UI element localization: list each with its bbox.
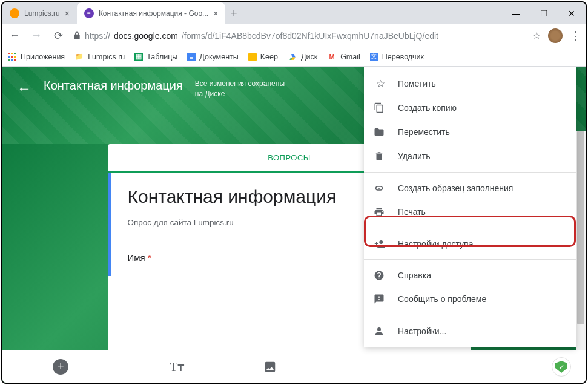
add-image-button[interactable] xyxy=(263,360,324,373)
menu-delete[interactable]: Удалить xyxy=(364,144,576,168)
back-arrow-icon[interactable]: ← xyxy=(17,80,31,97)
close-icon[interactable]: × xyxy=(213,8,218,18)
print-icon xyxy=(374,206,387,217)
bookmark-keep[interactable]: Keep xyxy=(248,53,278,61)
menu-settings[interactable]: Настройки... xyxy=(364,315,576,343)
gmail-icon: M xyxy=(327,52,337,62)
menu-sample[interactable]: Создать образец заполнения xyxy=(364,172,576,200)
add-title-button[interactable]: Tᴛ xyxy=(147,360,208,374)
browser-tab-1[interactable]: ≡ Контактная информация - Goo... × xyxy=(77,2,225,24)
apps-button[interactable]: Приложения xyxy=(7,52,65,62)
svg-rect-8 xyxy=(14,59,16,61)
minimize-button[interactable]: — xyxy=(502,2,530,24)
bookmark-label: Документы xyxy=(199,53,238,61)
feedback-icon xyxy=(374,294,387,304)
bookmark-label: Таблицы xyxy=(147,53,177,61)
window-controls: — ☐ ✕ xyxy=(502,2,586,24)
svg-rect-6 xyxy=(8,59,10,61)
svg-rect-3 xyxy=(8,56,10,58)
new-tab-button[interactable]: + xyxy=(225,2,242,24)
floating-toolbar: + Tᴛ ▶ ≡ xyxy=(2,350,586,383)
reload-button[interactable]: ⟳ xyxy=(51,29,65,42)
bookmark-docs[interactable]: ≡ Документы xyxy=(187,53,238,61)
scroll-thumb[interactable] xyxy=(577,131,584,324)
menu-move[interactable]: Переместить xyxy=(364,120,576,144)
svg-rect-2 xyxy=(14,53,16,54)
url-scheme: https:// xyxy=(85,31,110,41)
page-content: ← Контактная информация Все изменения со… xyxy=(2,67,586,383)
apps-icon xyxy=(7,52,17,62)
bookmark-gmail[interactable]: M Gmail xyxy=(327,52,360,62)
menu-help[interactable]: Справка xyxy=(364,259,576,287)
back-button[interactable]: ← xyxy=(7,29,22,42)
maximize-button[interactable]: ☐ xyxy=(530,2,558,24)
svg-rect-0 xyxy=(8,53,10,54)
tab-title: Контактная информация - Goo... xyxy=(99,9,208,18)
link-icon xyxy=(374,183,387,194)
favicon-lumpics xyxy=(10,8,19,18)
browser-window: Lumpics.ru × ≡ Контактная информация - G… xyxy=(1,1,587,384)
copy-icon xyxy=(374,102,387,113)
more-menu: ☆ Пометить Создать копию Переместить Уда… xyxy=(364,67,576,347)
bookmark-label: Lumpics.ru xyxy=(88,53,125,61)
titlebar: Lumpics.ru × ≡ Контактная информация - G… xyxy=(2,2,586,24)
translate-icon: 文 xyxy=(370,53,378,61)
extension-shield-icon[interactable]: ✓ xyxy=(552,357,571,377)
bookmark-label: Gmail xyxy=(340,53,360,61)
url-input[interactable]: https://docs.google.com/forms/d/1iF4AB8b… xyxy=(73,31,525,41)
profile-avatar[interactable] xyxy=(548,28,563,43)
menu-copy[interactable]: Создать копию xyxy=(364,96,576,120)
menu-feedback[interactable]: Сообщить о проблеме xyxy=(364,287,576,311)
form-title-header[interactable]: Контактная информация xyxy=(44,79,183,93)
url-host: docs.google.com xyxy=(114,31,178,41)
bookmark-drive[interactable]: Диск xyxy=(288,52,317,62)
bookmark-sheets[interactable]: ▦ Таблицы xyxy=(134,53,177,61)
svg-rect-4 xyxy=(11,56,13,58)
add-question-button[interactable]: + xyxy=(30,359,91,375)
svg-rect-5 xyxy=(14,56,16,58)
bookmarks-bar: Приложения 📁 Lumpics.ru ▦ Таблицы ≡ Доку… xyxy=(2,47,586,67)
vertical-scrollbar[interactable]: ▲ ▼ xyxy=(576,131,586,383)
close-icon[interactable]: × xyxy=(65,8,70,18)
address-bar: ← → ⟳ https://docs.google.com/forms/d/1i… xyxy=(2,24,586,47)
required-mark: * xyxy=(148,252,151,263)
menu-star[interactable]: ☆ Пометить xyxy=(364,71,576,96)
forward-button[interactable]: → xyxy=(29,29,44,42)
menu-print[interactable]: Печать xyxy=(364,200,576,224)
close-window-button[interactable]: ✕ xyxy=(558,2,586,24)
trash-icon xyxy=(374,151,387,162)
save-status: Все изменения сохранены на Диске xyxy=(195,79,285,99)
sheets-icon: ▦ xyxy=(134,53,143,61)
person-icon xyxy=(374,326,387,337)
bookmark-lumpics[interactable]: 📁 Lumpics.ru xyxy=(74,52,125,62)
bookmark-label: Приложения xyxy=(21,53,65,61)
person-add-icon xyxy=(374,239,387,249)
bookmark-translate[interactable]: 文 Переводчик xyxy=(370,53,424,61)
bookmark-star-icon[interactable]: ☆ xyxy=(532,30,541,41)
folder-icon xyxy=(374,127,387,137)
help-icon xyxy=(374,270,387,281)
star-icon: ☆ xyxy=(374,77,387,90)
svg-rect-7 xyxy=(11,59,13,61)
bookmark-label: Диск xyxy=(301,53,317,61)
docs-icon: ≡ xyxy=(187,53,196,61)
favicon-forms: ≡ xyxy=(84,8,94,18)
keep-icon xyxy=(248,53,257,61)
lock-icon xyxy=(73,31,81,40)
bookmark-label: Переводчик xyxy=(382,53,424,61)
folder-icon: 📁 xyxy=(74,52,84,62)
svg-rect-1 xyxy=(11,53,13,54)
bookmark-label: Keep xyxy=(260,53,278,61)
menu-access[interactable]: Настройки доступа... xyxy=(364,228,576,255)
url-path: /forms/d/1iF4AB8bcdBv7of8d02Nf1kUIxFwxqm… xyxy=(182,31,438,41)
drive-icon xyxy=(288,52,297,62)
browser-menu-icon[interactable]: ⋮ xyxy=(570,29,581,42)
browser-tab-0[interactable]: Lumpics.ru × xyxy=(2,2,77,24)
tab-title: Lumpics.ru xyxy=(24,9,60,18)
